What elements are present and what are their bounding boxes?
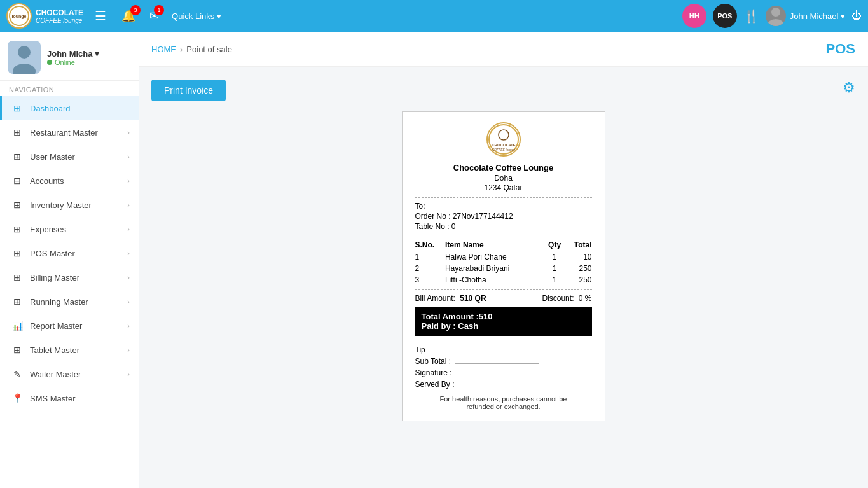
nav-label: Navigation: [0, 81, 139, 96]
pos-icon-button[interactable]: POS: [713, 4, 737, 28]
sidebar-status: Online: [47, 59, 99, 66]
content-body: Print Invoice ⚙ CHOCOLATE COFFEE lounge: [139, 67, 868, 434]
sidebar-item-label: Billing Master: [30, 273, 121, 282]
svg-point-2: [771, 8, 780, 17]
breadcrumb-current: Point of sale: [186, 45, 232, 54]
invoice-zip: 1234 Qatar: [415, 183, 592, 192]
sidebar-item-pos-master[interactable]: ⊞ POS Master ›: [0, 241, 139, 265]
waiter-icon: ✎: [11, 368, 24, 380]
hamburger-button[interactable]: ☰: [90, 6, 111, 26]
invoice-total-bar: Total Amount :510 Paid by : Cash: [415, 307, 592, 336]
invoice-divider-2: [415, 235, 592, 235]
status-dot: [47, 60, 52, 65]
print-invoice-button[interactable]: Print Invoice: [151, 80, 226, 101]
sms-icon: 📍: [11, 392, 24, 405]
running-icon: ⊞: [11, 295, 24, 308]
sidebar-item-report-master[interactable]: 📊 Report Master ›: [0, 314, 139, 338]
sidebar-item-label: Restaurant Master: [30, 128, 121, 137]
item-qty: 1: [545, 274, 565, 286]
table-row: 1 Halwa Pori Chane 1 10: [415, 251, 592, 263]
table-row: 2 Hayarabadi Briyani 1 250: [415, 263, 592, 274]
content-area: HOME › Point of sale POS Print Invoice ⚙: [139, 32, 868, 488]
settings-button[interactable]: ⚙: [843, 80, 855, 96]
logo-text: CHOCOLATE COFFEE lounge: [36, 8, 83, 24]
report-icon: 📊: [11, 319, 24, 332]
user-name-label: John Michael ▾: [790, 11, 845, 21]
bill-amount-label: Bill Amount: 510 QR: [415, 294, 486, 303]
quicklinks-button[interactable]: Quick Links ▾: [172, 11, 221, 21]
sidebar-item-sms-master[interactable]: 📍 SMS Master: [0, 386, 139, 410]
sidebar-user-section: John Micha ▾ Online: [0, 32, 139, 81]
invoice-order-no: Order No : 27Nov177144412: [415, 212, 592, 221]
accounts-icon: ⊟: [11, 174, 24, 187]
table-row: 3 Litti -Chotha 1 250: [415, 274, 592, 286]
svg-point-8: [499, 130, 509, 140]
subtotal-row: Sub Total :: [415, 357, 592, 366]
item-total: 250: [565, 274, 592, 286]
col-qty: Qty: [545, 239, 565, 251]
sidebar-avatar: [8, 41, 41, 74]
paid-by: Paid by : Cash: [422, 321, 586, 331]
col-total: Total: [565, 239, 592, 251]
item-sno: 1: [415, 251, 445, 263]
item-sno: 2: [415, 263, 445, 274]
sidebar-item-label: Report Master: [30, 321, 121, 331]
svg-point-3: [768, 19, 784, 26]
sidebar-item-running-master[interactable]: ⊞ Running Master ›: [0, 289, 139, 314]
sidebar-item-label: Waiter Master: [30, 370, 121, 379]
pos-master-icon: ⊞: [11, 247, 24, 260]
sidebar-item-label: Expenses: [30, 225, 121, 234]
col-sno: S.No.: [415, 239, 445, 251]
dashboard-icon: ⊞: [11, 102, 24, 115]
item-name: Halwa Pori Chane: [445, 251, 545, 263]
topnav: lounge CHOCOLATE COFFEE lounge ☰ 🔔 3 ✉ 1…: [0, 0, 868, 32]
sidebar-item-label: Running Master: [30, 297, 121, 307]
tablet-icon: ⊞: [11, 344, 24, 356]
sidebar-item-inventory-master[interactable]: ⊞ Inventory Master ›: [0, 193, 139, 217]
sidebar-item-label: Accounts: [30, 176, 121, 186]
sidebar-item-dashboard[interactable]: ⊞ Dashboard: [0, 96, 139, 120]
svg-text:CHOCOLATE: CHOCOLATE: [492, 143, 516, 147]
total-amount: Total Amount :510: [422, 312, 586, 321]
sidebar-item-accounts[interactable]: ⊟ Accounts ›: [0, 169, 139, 193]
sidebar-username: John Micha ▾: [47, 49, 99, 59]
item-total: 10: [565, 251, 592, 263]
invoice-company-name: Chocolate Coffee Lounge: [415, 163, 592, 172]
sidebar-item-restaurant-master[interactable]: ⊞ Restaurant Master ›: [0, 120, 139, 144]
svg-point-5: [18, 46, 31, 59]
power-button[interactable]: ⏻: [851, 10, 862, 22]
svg-text:COFFEE lounge: COFFEE lounge: [492, 148, 515, 151]
expenses-icon: ⊞: [11, 223, 24, 235]
sidebar-item-tablet-master[interactable]: ⊞ Tablet Master ›: [0, 338, 139, 362]
discount-label: Discount: 0 %: [542, 294, 591, 303]
user-master-icon: ⊞: [11, 150, 24, 163]
hh-icon-button[interactable]: HH: [682, 4, 706, 28]
breadcrumb-home[interactable]: HOME: [151, 45, 176, 54]
tip-row: Tip: [415, 345, 592, 354]
invoice-signature-section: Tip Sub Total : Signature : Served By :: [415, 345, 592, 389]
restaurant-icon: ⊞: [11, 126, 24, 139]
user-menu-button[interactable]: John Michael ▾: [766, 6, 845, 26]
sidebar-item-user-master[interactable]: ⊞ User Master ›: [0, 144, 139, 169]
invoice-logo-area: CHOCOLATE COFFEE lounge: [415, 122, 592, 157]
main-layout: John Micha ▾ Online Navigation ⊞ Dashboa…: [0, 32, 868, 488]
sidebar-item-label: Tablet Master: [30, 345, 121, 355]
notification-button-2[interactable]: ✉ 1: [146, 6, 163, 25]
sidebar-item-waiter-master[interactable]: ✎ Waiter Master ›: [0, 362, 139, 386]
invoice-divider-4: [415, 340, 592, 340]
inventory-icon: ⊞: [11, 199, 24, 211]
sidebar-item-expenses[interactable]: ⊞ Expenses ›: [0, 217, 139, 241]
invoice: CHOCOLATE COFFEE lounge Chocolate Coffee…: [402, 111, 605, 421]
invoice-city: Doha: [415, 174, 592, 183]
signature-row: Signature :: [415, 368, 592, 377]
sidebar-item-billing-master[interactable]: ⊞ Billing Master ›: [0, 265, 139, 289]
item-sno: 3: [415, 274, 445, 286]
item-total: 250: [565, 263, 592, 274]
sidebar-item-label: SMS Master: [30, 394, 130, 403]
food-icon-button[interactable]: 🍴: [743, 8, 759, 24]
invoice-table-no: Table No : 0: [415, 222, 592, 231]
notification-button-1[interactable]: 🔔 3: [118, 6, 139, 25]
logo-area: lounge CHOCOLATE COFFEE lounge: [6, 3, 83, 29]
notif-badge-1: 3: [130, 5, 141, 15]
breadcrumb-bar: HOME › Point of sale POS: [139, 32, 868, 67]
